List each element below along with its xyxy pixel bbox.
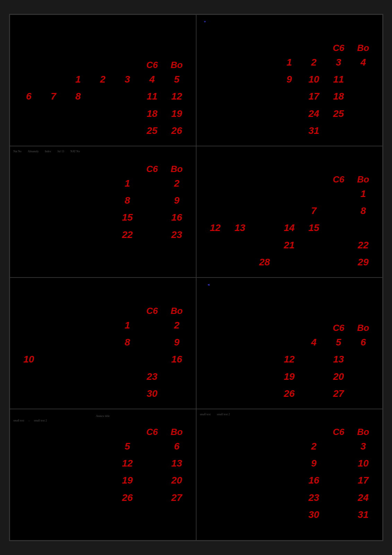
col-header-c6-4: C6: [326, 174, 350, 185]
col-header-c6-5: C6: [140, 306, 164, 316]
col-header-bo-4: Bo: [351, 174, 375, 185]
empty: [42, 60, 66, 70]
col-header-bo-8: Bo: [351, 427, 375, 437]
empty: [66, 60, 90, 70]
small-labels-3: Nat No Almanaly Index Jul 13 NAT No: [14, 150, 80, 153]
small-labels-7: small text – small text 2: [14, 419, 47, 422]
col-header-c6-6: C6: [326, 323, 350, 333]
col-header-bo-7: Bo: [165, 427, 189, 437]
cal-grid-1: C6 Bo 1 2 3 4 5 6 7 8 11 12 18 19: [17, 60, 189, 139]
calendar-cell-8: small text small text 2 C6 Bo 2 3 9 10: [196, 409, 383, 540]
cal-grid-3: C6 Bo 1 2 8 9 15 16: [17, 164, 189, 243]
col-header-c6-7: C6: [140, 427, 164, 437]
cal-grid-5: C6 Bo 1 2 8 9 10 16: [17, 306, 189, 402]
calendar-cell-7: Annex title small text – small text 2 C6…: [10, 409, 196, 540]
cal-grid-8: C6 Bo 2 3 9 10 16 17: [203, 427, 375, 523]
calendar-cell-3: Nat No Almanaly Index Jul 13 NAT No C6 B…: [10, 146, 196, 278]
col-header-bo-3: Bo: [165, 164, 189, 174]
cal-grid-4: C6 Bo 1 7 8 12 13 14 15: [203, 174, 375, 270]
col-header-c6-8: C6: [326, 427, 350, 437]
col-header-bo-2: Bo: [351, 43, 375, 53]
empty: [115, 60, 139, 70]
empty: [17, 60, 41, 70]
calendar-cell-1: C6 Bo 1 2 3 4 5 6 7 8 11 12 18 19: [10, 15, 196, 146]
page: C6 Bo 1 2 3 4 5 6 7 8 11 12 18 19: [9, 14, 383, 541]
calendar-cell-2: ✦ C6 Bo 1 2 3 4 9 10 11: [196, 15, 383, 146]
calendar-cell-5: C6 Bo 1 2 8 9 10 16: [10, 278, 196, 409]
small-labels-8: small text small text 2: [200, 413, 230, 416]
col-header-bo: Bo: [165, 60, 189, 70]
col-header-c6: C6: [140, 60, 164, 70]
col-header-c6-3: C6: [140, 164, 164, 174]
cal-grid-2: C6 Bo 1 2 3 4 9 10 11 17 18: [203, 43, 375, 139]
col-header-c6-2: C6: [326, 43, 350, 53]
col-header-bo-5: Bo: [165, 306, 189, 316]
col-header-bo-6: Bo: [351, 323, 375, 333]
calendar-cell-6: ◄ C6 Bo 4 5 6 12 13 19: [196, 278, 383, 409]
cal-grid-6: C6 Bo 4 5 6 12 13 19 20: [203, 323, 375, 402]
cal-grid-7: C6 Bo 5 6 12 13 19 20: [17, 427, 189, 506]
blue-arrow: ◄: [207, 283, 210, 287]
month-title-7: Annex title: [96, 414, 110, 418]
calendar-cell-4: C6 Bo 1 7 8 12 13 14 15: [196, 146, 383, 278]
blue-dot: ✦: [203, 20, 206, 24]
empty: [91, 60, 115, 70]
